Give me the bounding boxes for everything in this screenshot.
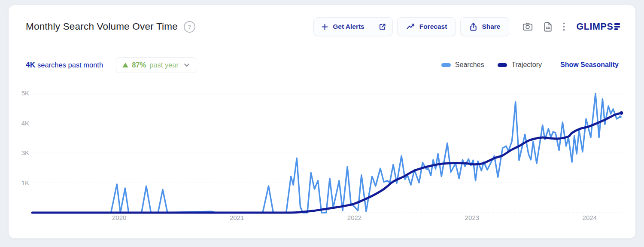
glimpse-logo-text: GLIMPS <box>576 21 613 32</box>
stat-value: 4K <box>26 61 35 69</box>
open-external-button[interactable] <box>372 18 392 36</box>
stat-label: searches past month <box>37 61 103 69</box>
search-volume-stat: 4K searches past month <box>26 61 103 70</box>
svg-text:2023: 2023 <box>465 214 479 221</box>
legend-divider <box>551 61 551 69</box>
svg-text:2022: 2022 <box>347 214 361 221</box>
help-icon[interactable]: ? <box>184 21 195 33</box>
trajectory-legend-label: Trajectory <box>511 61 542 69</box>
page-title: Monthly Search Volume Over Time <box>26 21 178 32</box>
legend-item-trajectory[interactable]: Trajectory <box>498 61 542 69</box>
report-icon <box>543 21 553 32</box>
svg-text:2021: 2021 <box>230 214 244 221</box>
get-alerts-button-group: Get Alerts <box>313 17 393 36</box>
toolbar-icons <box>522 21 565 32</box>
svg-text:3K: 3K <box>21 149 29 156</box>
glimpse-logo-e-icon <box>614 23 620 30</box>
report-button[interactable] <box>543 21 553 32</box>
share-button[interactable]: Share <box>460 17 509 36</box>
change-period: past year <box>149 61 179 69</box>
svg-text:4K: 4K <box>21 119 29 127</box>
searches-swatch <box>441 63 451 67</box>
chart-card: Monthly Search Volume Over Time ? Get Al… <box>9 5 635 238</box>
triangle-up-icon <box>122 63 128 67</box>
glimpse-logo[interactable]: GLIMPS <box>576 21 620 32</box>
svg-text:1K: 1K <box>21 179 29 186</box>
share-icon <box>469 22 477 31</box>
chart-legend: Searches Trajectory Show Seasonality <box>441 61 619 69</box>
external-link-icon <box>378 22 387 31</box>
screenshot-button[interactable] <box>522 21 533 32</box>
get-alerts-label: Get Alerts <box>333 23 365 30</box>
legend-item-searches[interactable]: Searches <box>441 61 484 69</box>
svg-text:5K: 5K <box>21 89 29 97</box>
camera-icon <box>522 21 533 32</box>
change-period-dropdown[interactable]: 87% past year <box>116 57 196 73</box>
svg-text:2020: 2020 <box>112 214 126 221</box>
trend-up-icon <box>406 23 415 30</box>
show-seasonality-link[interactable]: Show Seasonality <box>560 61 619 69</box>
svg-text:2024: 2024 <box>583 214 597 221</box>
trajectory-swatch <box>498 63 507 67</box>
forecast-label: Forecast <box>419 23 447 30</box>
chevron-down-icon <box>184 63 190 67</box>
search-volume-chart[interactable]: 5K4K3K1K20202021202220232024 <box>17 79 627 230</box>
stats-row: 4K searches past month 87% past year Sea… <box>26 53 619 76</box>
searches-legend-label: Searches <box>455 61 484 69</box>
change-percent: 87% <box>132 61 146 69</box>
title-wrap: Monthly Search Volume Over Time ? <box>26 21 195 33</box>
share-label: Share <box>482 23 500 30</box>
header-actions: Get Alerts Forecast Share <box>313 17 620 36</box>
header: Monthly Search Volume Over Time ? Get Al… <box>26 16 620 37</box>
get-alerts-button[interactable]: Get Alerts <box>314 18 372 36</box>
forecast-button[interactable]: Forecast <box>397 17 456 36</box>
stats-left: 4K searches past month 87% past year <box>26 57 196 73</box>
kebab-menu-icon[interactable] <box>563 22 565 31</box>
plus-icon <box>321 23 328 30</box>
